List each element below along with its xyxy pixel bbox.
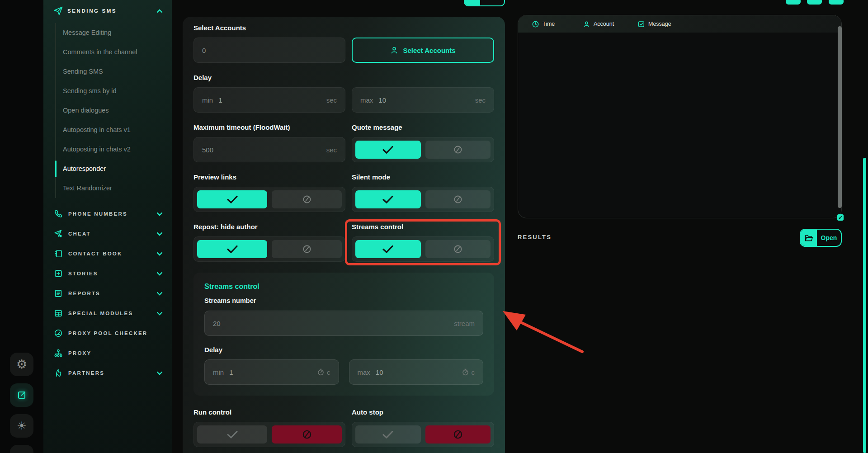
send-icon bbox=[53, 6, 63, 16]
column-header-account[interactable]: Account bbox=[583, 15, 614, 33]
sidebar-item-autoposting-v1[interactable]: Autoposting in chats v1 bbox=[56, 120, 172, 140]
top-pill-button-3[interactable] bbox=[829, 0, 844, 5]
sidebar-item-proxy-pool-checker[interactable]: PROXY POOL CHECKER bbox=[43, 323, 172, 343]
sidebar-item-comments-in-channel[interactable]: Comments in the channel bbox=[56, 42, 172, 62]
delay-min-input[interactable]: min 1 sec bbox=[193, 87, 345, 113]
plus-square-icon bbox=[53, 269, 63, 278]
streams-control-no-button[interactable] bbox=[425, 240, 491, 258]
page-scrollbar[interactable] bbox=[863, 158, 866, 453]
streams-number-label: Streams number bbox=[204, 297, 483, 305]
sidebar-item-label: PARTNERS bbox=[68, 370, 104, 376]
theme-toggle-button[interactable]: ☀ bbox=[10, 414, 33, 438]
results-label: RESULTS bbox=[518, 234, 552, 241]
sidebar-item-open-dialogues[interactable]: Open dialogues bbox=[56, 101, 172, 120]
cut-off-action-button[interactable] bbox=[464, 0, 505, 6]
resize-icon bbox=[839, 216, 842, 219]
autoresponder-settings-card: Select Accounts 0 Select Accounts Delay … bbox=[183, 17, 505, 453]
chevron-down-icon bbox=[156, 292, 163, 296]
chevron-up-icon bbox=[156, 9, 163, 13]
stopwatch-icon bbox=[462, 368, 469, 376]
chevron-down-icon bbox=[156, 252, 163, 256]
stopwatch-icon bbox=[317, 368, 324, 376]
send-plus-icon bbox=[53, 229, 63, 238]
silent-mode-yes-button[interactable] bbox=[355, 190, 421, 208]
partners-icon bbox=[53, 368, 63, 378]
sidebar-section-label: SENDING SMS bbox=[67, 8, 117, 14]
sidebar-item-stories[interactable]: STORIES bbox=[43, 264, 172, 283]
sidebar-item-partners[interactable]: PARTNERS bbox=[43, 363, 172, 383]
flood-wait-input[interactable]: 500 sec bbox=[193, 137, 345, 162]
top-pill-button-1[interactable] bbox=[786, 0, 801, 5]
sidebar-item-text-randomizer[interactable]: Text Randomizer bbox=[56, 179, 172, 198]
delay-max-input[interactable]: max 10 sec bbox=[352, 87, 494, 113]
run-control-no-button[interactable] bbox=[272, 425, 342, 444]
sidebar-section-sending-sms[interactable]: SENDING SMS bbox=[43, 0, 172, 19]
gauge-icon bbox=[53, 329, 63, 338]
streams-control-yes-button[interactable] bbox=[355, 240, 421, 258]
left-rail: ⚙ ☀ bbox=[0, 0, 43, 453]
table-resize-handle[interactable] bbox=[837, 214, 844, 221]
settings-button[interactable]: ⚙ bbox=[10, 353, 33, 376]
sidebar-item-cheat[interactable]: CHEAT bbox=[43, 224, 172, 244]
run-control-label: Run control bbox=[193, 408, 345, 416]
silent-mode-no-button[interactable] bbox=[425, 190, 491, 208]
person-icon bbox=[390, 46, 398, 54]
table-scrollbar[interactable] bbox=[838, 26, 842, 208]
external-link-button[interactable] bbox=[10, 383, 33, 407]
quote-message-no-button[interactable] bbox=[425, 141, 491, 159]
person-icon bbox=[583, 20, 590, 28]
sidebar-item-sending-sms-by-id[interactable]: Sending sms by id bbox=[56, 81, 172, 101]
streams-control-panel-title: Streams control bbox=[204, 283, 483, 291]
sidebar-item-label: PHONE NUMBERS bbox=[68, 211, 127, 217]
repost-hide-author-toggle bbox=[193, 236, 345, 262]
equalizer-button[interactable] bbox=[10, 445, 33, 453]
run-control-yes-button[interactable] bbox=[197, 425, 267, 444]
sidebar-item-special-modules[interactable]: SPECIAL MODULES bbox=[43, 303, 172, 323]
sidebar-item-sending-sms[interactable]: Sending SMS bbox=[56, 62, 172, 81]
sidebar-item-label: PROXY bbox=[68, 350, 91, 356]
column-header-label: Account bbox=[594, 21, 614, 27]
clock-icon bbox=[532, 20, 539, 28]
preview-links-yes-button[interactable] bbox=[197, 190, 267, 208]
column-header-time[interactable]: Time bbox=[532, 15, 555, 33]
auto-stop-yes-button[interactable] bbox=[355, 425, 421, 444]
sidebar-item-message-editing[interactable]: Message Editing bbox=[56, 23, 172, 42]
open-button-label: Open bbox=[817, 230, 841, 246]
check-icon bbox=[382, 430, 394, 439]
auto-stop-no-button[interactable] bbox=[425, 425, 491, 444]
preview-links-no-button[interactable] bbox=[272, 190, 342, 208]
streams-delay-max-input[interactable]: max 10 c bbox=[349, 359, 484, 385]
select-accounts-button-label: Select Accounts bbox=[403, 47, 455, 54]
sidebar-item-proxy[interactable]: PROXY bbox=[43, 343, 172, 363]
open-results-button[interactable]: Open bbox=[800, 229, 842, 247]
streams-number-input[interactable]: 20 stream bbox=[204, 311, 483, 336]
sidebar-item-reports[interactable]: REPORTS bbox=[43, 283, 172, 303]
top-pill-button-2[interactable] bbox=[807, 0, 822, 5]
results-table-header: Time Account Message bbox=[518, 15, 841, 33]
results-row: RESULTS Open bbox=[518, 229, 842, 247]
report-icon bbox=[53, 289, 63, 298]
quote-message-label: Quote message bbox=[352, 123, 494, 132]
repost-hide-author-yes-button[interactable] bbox=[197, 240, 267, 258]
sidebar-item-phone-numbers[interactable]: PHONE NUMBERS bbox=[43, 204, 172, 224]
delay-label: Delay bbox=[193, 74, 494, 82]
streams-delay-min-input[interactable]: min 1 c bbox=[204, 359, 339, 385]
quote-message-yes-button[interactable] bbox=[355, 141, 421, 159]
repost-hide-author-no-button[interactable] bbox=[272, 240, 342, 258]
auto-stop-toggle bbox=[352, 422, 494, 447]
sidebar-item-label: PROXY POOL CHECKER bbox=[68, 330, 147, 336]
check-icon bbox=[226, 245, 238, 254]
preview-links-label: Preview links bbox=[193, 173, 345, 181]
sidebar-item-label: Autoresponder bbox=[63, 165, 106, 172]
ban-icon bbox=[453, 244, 463, 254]
accounts-count-input[interactable]: 0 bbox=[193, 38, 345, 63]
column-header-message[interactable]: Message bbox=[637, 15, 671, 33]
select-accounts-button[interactable]: Select Accounts bbox=[352, 38, 494, 63]
preview-links-toggle bbox=[193, 187, 345, 212]
sidebar-item-autoposting-v2[interactable]: Autoposting in chats v2 bbox=[56, 140, 172, 159]
check-icon bbox=[382, 245, 394, 254]
sidebar-item-label: STORIES bbox=[68, 271, 98, 276]
sidebar-item-label: CONTACT BOOK bbox=[68, 251, 122, 256]
sidebar-item-contact-book[interactable]: CONTACT BOOK bbox=[43, 244, 172, 264]
sidebar-item-autoresponder[interactable]: Autoresponder bbox=[56, 159, 172, 179]
